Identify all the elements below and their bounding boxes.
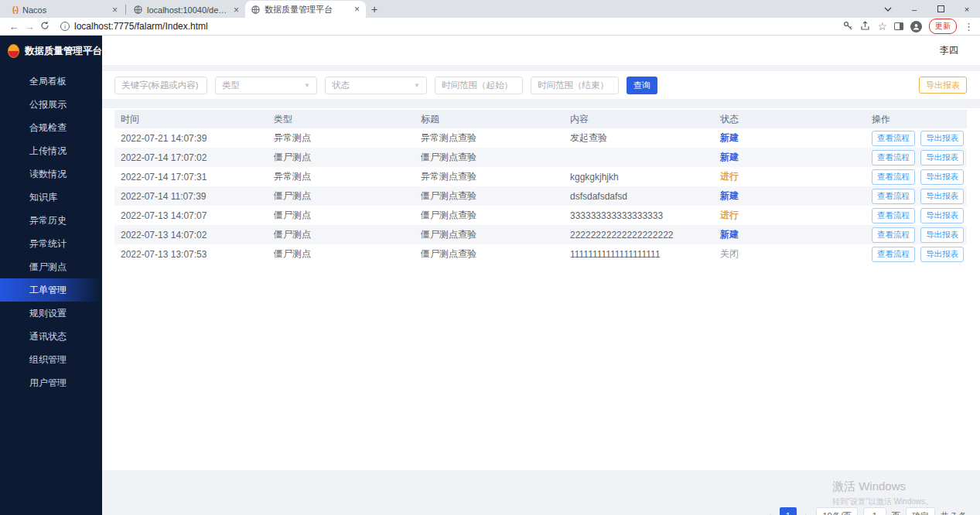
window-controls: – × <box>875 0 980 18</box>
view-process-button[interactable]: 查看流程 <box>872 247 915 262</box>
export-row-button[interactable]: 导出报表 <box>920 131 964 146</box>
status-select[interactable]: 状态 ▼ <box>325 77 427 94</box>
sidebar-item-zombie-points[interactable]: 僵尸测点 <box>0 255 102 278</box>
time-start-input[interactable] <box>435 77 523 94</box>
globe-icon <box>251 5 260 14</box>
cell-time: 2022-07-13 14:07:02 <box>114 225 268 244</box>
menu-dots-icon[interactable]: ⋮ <box>964 22 974 32</box>
sidebar-item-comm-status[interactable]: 通讯状态 <box>0 325 102 348</box>
view-process-button[interactable]: 查看流程 <box>872 150 915 165</box>
sidebar-item-global-dashboard[interactable]: 全局看板 <box>0 70 102 93</box>
cell-title: 僵尸测点查验 <box>415 148 564 167</box>
sidebar-item-knowledge-base[interactable]: 知识库 <box>0 186 102 209</box>
view-process-button[interactable]: 查看流程 <box>872 227 915 243</box>
close-window-button[interactable]: × <box>954 0 980 18</box>
view-process-button[interactable]: 查看流程 <box>872 169 915 185</box>
sidebar-item-compliance-check[interactable]: 合规检查 <box>0 116 102 139</box>
tab-close-icon[interactable]: × <box>112 5 118 15</box>
export-row-button[interactable]: 导出报表 <box>920 150 964 165</box>
export-row-button[interactable]: 导出报表 <box>920 208 964 223</box>
sidebar-item-upload-status[interactable]: 上传情况 <box>0 139 102 162</box>
tab-data-quality-platform[interactable]: 数据质量管理平台 × <box>245 1 366 18</box>
jump-unit-label: 页 <box>892 510 900 515</box>
chrome-update-button[interactable]: 更新 <box>929 19 957 34</box>
watermark-line1: 激活 Windows <box>832 479 933 494</box>
page-size-select[interactable]: 10条/页 <box>816 507 857 515</box>
cell-title: 僵尸测点查验 <box>415 206 564 225</box>
status-badge: 新建 <box>714 186 866 206</box>
page-number-current[interactable]: 1 <box>780 507 797 515</box>
table-row: 2022-07-14 17:07:02 僵尸测点 僵尸测点查验 新建 查看流程导… <box>114 148 967 167</box>
tab-nacos[interactable]: (-) Nacos × <box>6 2 124 18</box>
chevron-down-icon: ▼ <box>304 82 310 89</box>
search-button[interactable]: 查询 <box>627 77 657 94</box>
table-row: 2022-07-13 14:07:07 僵尸测点 僵尸测点查验 33333333… <box>114 206 967 225</box>
keyword-input[interactable] <box>114 77 207 94</box>
globe-icon <box>134 5 142 14</box>
tab-separator <box>125 5 126 15</box>
col-header-title: 标题 <box>415 110 564 128</box>
share-icon[interactable] <box>860 21 870 32</box>
export-report-button[interactable]: 导出报表 <box>919 77 967 94</box>
new-tab-button[interactable]: + <box>366 1 383 18</box>
col-header-content: 内容 <box>564 110 714 128</box>
tab-close-icon[interactable]: × <box>234 5 239 15</box>
status-select-value: 状态 <box>332 80 350 91</box>
export-row-button[interactable]: 导出报表 <box>920 227 964 243</box>
minimize-button[interactable]: – <box>901 0 927 18</box>
jump-confirm-button[interactable]: 确定 <box>906 507 935 515</box>
site-info-icon[interactable]: i <box>60 22 70 31</box>
export-row-button[interactable]: 导出报表 <box>920 189 964 204</box>
cell-type: 僵尸测点 <box>268 206 415 225</box>
tab-search-icon[interactable] <box>875 0 901 18</box>
next-page-icon[interactable]: › <box>802 509 811 515</box>
cell-time: 2022-07-13 13:07:53 <box>114 244 268 264</box>
sidebar-item-rule-settings[interactable]: 规则设置 <box>0 302 102 325</box>
bookmark-star-icon[interactable]: ☆ <box>877 21 887 32</box>
time-end-input[interactable] <box>531 77 619 94</box>
cell-content <box>564 148 714 167</box>
export-row-button[interactable]: 导出报表 <box>920 247 964 262</box>
status-badge: 新建 <box>714 128 866 148</box>
type-select[interactable]: 类型 ▼ <box>215 77 317 94</box>
sidebar-item-user-management[interactable]: 用户管理 <box>0 371 102 394</box>
export-row-button[interactable]: 导出报表 <box>920 169 964 185</box>
back-icon[interactable]: ← <box>6 21 22 32</box>
address-bar[interactable]: localhost:7775/falarm/Index.html <box>74 21 843 32</box>
status-badge: 进行 <box>714 167 866 186</box>
view-process-button[interactable]: 查看流程 <box>872 131 915 146</box>
watermark-line2: 转到“设置”以激活 Windows。 <box>832 496 933 507</box>
refresh-icon[interactable] <box>37 21 53 32</box>
table-header-row: 时间 类型 标题 内容 状态 操作 <box>114 110 967 128</box>
password-key-icon[interactable] <box>843 21 853 32</box>
forward-icon[interactable]: → <box>22 21 37 32</box>
brand-flame-icon <box>8 44 19 58</box>
app-header-bar: 李四 <box>102 36 980 65</box>
cell-title: 僵尸测点查验 <box>415 186 564 206</box>
table-row: 2022-07-14 17:07:31 异常测点 异常测点查验 kggkgkjh… <box>114 167 967 186</box>
current-user[interactable]: 李四 <box>940 44 958 57</box>
sidebar-item-exception-history[interactable]: 异常历史 <box>0 209 102 232</box>
status-badge: 新建 <box>714 225 866 244</box>
tab-localhost-demo[interactable]: localhost:10040/demo/psjdbc × <box>128 2 245 18</box>
table-row: 2022-07-14 11:07:39 僵尸测点 僵尸测点查验 dsfsdafs… <box>114 186 967 206</box>
cell-type: 僵尸测点 <box>268 225 415 244</box>
side-panel-icon[interactable] <box>894 22 903 30</box>
sidebar-item-work-orders[interactable]: 工单管理 <box>0 278 102 302</box>
sidebar-item-exception-stats[interactable]: 异常统计 <box>0 232 102 255</box>
tab-close-icon[interactable]: × <box>354 5 360 14</box>
app-title: 数据质量管理平台 <box>25 45 102 58</box>
sidebar-item-reading-status[interactable]: 读数情况 <box>0 162 102 186</box>
nacos-favicon: (-) <box>12 5 18 14</box>
profile-avatar[interactable] <box>910 21 922 32</box>
maximize-button[interactable] <box>927 0 954 18</box>
jump-page-input[interactable]: 1 <box>863 507 886 515</box>
sidebar-item-bulletin[interactable]: 公报展示 <box>0 93 102 116</box>
sidebar-item-org-management[interactable]: 组织管理 <box>0 348 102 371</box>
cell-time: 2022-07-14 17:07:31 <box>114 167 268 186</box>
table-row: 2022-07-13 14:07:02 僵尸测点 僵尸测点查验 22222222… <box>114 225 967 244</box>
view-process-button[interactable]: 查看流程 <box>872 208 915 223</box>
prev-page-icon[interactable]: ‹ <box>765 509 774 515</box>
view-process-button[interactable]: 查看流程 <box>872 189 915 204</box>
cell-time: 2022-07-13 14:07:07 <box>114 206 268 225</box>
